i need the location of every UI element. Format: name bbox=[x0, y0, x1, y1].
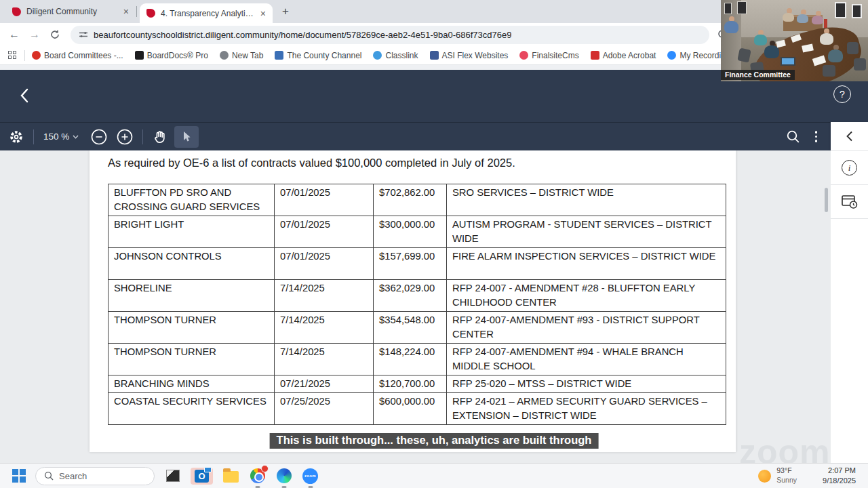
zoom-out-button[interactable] bbox=[91, 129, 107, 145]
scrollbar-thumb[interactable] bbox=[825, 188, 828, 212]
edge-app-button[interactable] bbox=[275, 468, 292, 485]
contract-row: BRIGHT LIGHT07/01/2025$300,000.00AUTISM … bbox=[108, 216, 726, 248]
contract-vendor: THOMPSON TURNER bbox=[108, 343, 275, 375]
weather-widget[interactable]: 93°F Sunny bbox=[758, 466, 797, 485]
info-icon: i bbox=[842, 160, 857, 176]
desktop-app-button[interactable] bbox=[164, 468, 181, 485]
weather-temp: 93°F bbox=[776, 466, 797, 476]
browser-reload-icon[interactable] bbox=[45, 29, 65, 40]
finalsite-favicon bbox=[519, 51, 528, 60]
bookmark-item[interactable]: FinalsiteCms bbox=[519, 51, 578, 60]
notification-badge bbox=[261, 465, 269, 472]
meeting-video-overlay[interactable]: Finance Committee bbox=[721, 0, 868, 81]
wall-picture bbox=[737, 1, 747, 14]
tab-close-icon[interactable]: × bbox=[260, 9, 266, 18]
globe-favicon bbox=[220, 51, 229, 60]
document-info-button[interactable]: i bbox=[831, 151, 868, 185]
zoom-app-button[interactable]: zoom bbox=[302, 468, 319, 485]
bookmark-item[interactable]: Classlink bbox=[373, 51, 418, 60]
contract-vendor: BRIGHT LIGHT bbox=[108, 216, 275, 248]
clock-date: 9/18/2025 bbox=[823, 476, 856, 486]
bookmarks-separator bbox=[24, 50, 25, 61]
chair bbox=[823, 65, 835, 77]
search-icon[interactable] bbox=[786, 129, 800, 144]
person bbox=[828, 49, 843, 62]
chrome-app-button[interactable] bbox=[249, 468, 266, 485]
contract-row: SHORELINE7/14/2025$362,029.00RFP 24-007 … bbox=[108, 279, 726, 311]
contract-row: JOHNSON CONTROLS07/01/2025$157,699.00FIR… bbox=[108, 248, 726, 280]
more-options-kebab-icon[interactable] bbox=[815, 131, 818, 142]
select-cursor-button[interactable] bbox=[174, 126, 199, 148]
search-placeholder: Search bbox=[59, 471, 87, 481]
tab-diligent-community[interactable]: Diligent Community × bbox=[5, 0, 136, 23]
classlink-favicon bbox=[373, 51, 382, 60]
contracts-table-body: BLUFFTON PD SRO AND CROSSING GUARD SERVI… bbox=[108, 184, 726, 425]
wall-picture bbox=[724, 3, 732, 14]
contract-vendor: COASTAL SECURITY SERVICES bbox=[108, 392, 275, 424]
windows-start-icon[interactable] bbox=[12, 469, 26, 483]
zoom-level-value: 150 % bbox=[43, 131, 69, 142]
chair bbox=[854, 58, 866, 70]
meeting-history-button[interactable] bbox=[831, 185, 868, 219]
edge-icon bbox=[277, 468, 292, 483]
bookmark-item[interactable]: The County Channel bbox=[275, 51, 361, 60]
contract-amount: $702,862.00 bbox=[374, 184, 447, 216]
pan-hand-icon[interactable] bbox=[153, 129, 167, 144]
bookmark-item[interactable]: Board Committees -... bbox=[32, 51, 123, 60]
browser-forward-icon[interactable]: → bbox=[24, 28, 45, 41]
taskbar-right: 93°F Sunny 2:07 PM 9/18/2025 bbox=[758, 466, 856, 486]
tab-title: 4. Transparency Analytics SMAl bbox=[161, 9, 255, 18]
video-title-label: Finance Committee bbox=[721, 70, 795, 80]
bookmark-item[interactable]: ASI Flex Websites bbox=[430, 51, 509, 60]
zoom-level-select[interactable]: 150 % bbox=[43, 131, 79, 142]
bookmark-item[interactable]: Adobe Acrobat bbox=[591, 51, 656, 60]
contract-date: 7/14/2025 bbox=[275, 279, 374, 311]
closed-caption-text: This is built through... these, uh, anal… bbox=[270, 433, 599, 449]
document-viewport[interactable]: As required by OE-6 a list of contracts … bbox=[0, 150, 831, 463]
tab-close-icon[interactable]: × bbox=[123, 7, 129, 16]
apps-grid-icon[interactable] bbox=[8, 51, 18, 60]
tab-divider bbox=[136, 6, 137, 17]
tab-transparency-analytics[interactable]: 4. Transparency Analytics SMAl × bbox=[140, 3, 273, 23]
contract-row: BRANCHING MINDS07/21/2025$120,700.00RFP … bbox=[108, 375, 726, 392]
person bbox=[812, 16, 823, 24]
contract-row: COASTAL SECURITY SERVICES07/25/2025$600,… bbox=[108, 392, 726, 424]
gear-icon[interactable] bbox=[9, 129, 24, 144]
taskbar-search-input[interactable]: Search bbox=[35, 467, 155, 485]
new-tab-button[interactable]: + bbox=[279, 5, 292, 18]
contract-date: 07/21/2025 bbox=[275, 375, 374, 392]
weather-condition: Sunny bbox=[776, 476, 797, 485]
url-text: beaufortcountyschooldistrict.diligent.co… bbox=[94, 30, 511, 40]
zoom-app-icon: zoom bbox=[302, 468, 318, 484]
bookmark-item[interactable]: BoardDocs® Pro bbox=[135, 51, 208, 60]
bookmark-label: FinalsiteCms bbox=[532, 51, 578, 60]
contract-amount: $600,000.00 bbox=[374, 392, 447, 424]
site-info-icon[interactable] bbox=[79, 30, 88, 39]
bookmark-item[interactable]: New Tab bbox=[220, 51, 263, 60]
contract-amount: $300,000.00 bbox=[374, 216, 447, 248]
windows-taskbar: Search O zoom bbox=[0, 463, 868, 488]
viewer-toolbar: 150 % bbox=[0, 122, 831, 150]
browser-back-icon[interactable]: ← bbox=[4, 28, 24, 41]
contract-description: AUTISM PROGRAM - STUDENT SERVICES – DIST… bbox=[447, 216, 726, 248]
desktop-icon bbox=[166, 470, 180, 482]
contract-date: 07/25/2025 bbox=[275, 392, 374, 424]
red-object bbox=[824, 19, 827, 28]
back-chevron-icon[interactable] bbox=[19, 87, 30, 104]
screen: Diligent Community × 4. Transparency Ana… bbox=[0, 0, 868, 488]
right-sidebar: i bbox=[831, 122, 868, 463]
file-explorer-button[interactable] bbox=[222, 468, 239, 485]
taskbar-clock[interactable]: 2:07 PM 9/18/2025 bbox=[823, 466, 856, 486]
outlook-app-button[interactable]: O bbox=[191, 468, 213, 485]
calendar-clock-icon bbox=[841, 194, 858, 209]
collapse-panel-button[interactable] bbox=[831, 122, 868, 151]
contract-description: RFP 24-007-AMENDMENT #93 - DISTRICT SUPP… bbox=[447, 311, 726, 343]
contract-description: RFP 25-020 – MTSS – DISTRICT WIDE bbox=[447, 375, 726, 392]
help-button[interactable]: ? bbox=[833, 85, 851, 103]
zoom-in-button[interactable] bbox=[117, 129, 133, 145]
address-bar[interactable]: beaufortcountyschooldistrict.diligent.co… bbox=[71, 26, 709, 44]
person bbox=[724, 21, 738, 33]
diligent-favicon-icon bbox=[146, 9, 155, 18]
contract-amount: $157,699.00 bbox=[374, 248, 447, 280]
tab-title: Diligent Community bbox=[26, 7, 118, 16]
